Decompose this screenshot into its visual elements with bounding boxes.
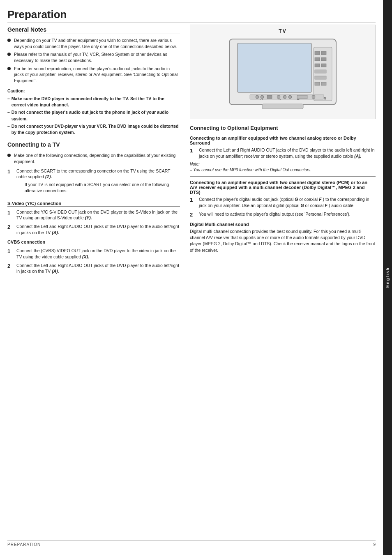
svg-point-23	[283, 95, 286, 99]
bullet-dot	[7, 154, 11, 157]
left-column: General Notes Depending on your TV and o…	[7, 25, 180, 534]
svg-point-19	[256, 95, 259, 99]
general-notes-heading: General Notes	[7, 26, 180, 34]
caution-block: Caution: – Make sure the DVD player is c…	[7, 88, 180, 136]
connecting-tv-heading: Connecting to a TV	[7, 141, 180, 149]
cvbs-heading: CVBS connection	[7, 240, 180, 245]
svg-rect-7	[315, 64, 320, 67]
svideo-heading: S-Video (Y/C) connection	[7, 201, 180, 207]
bullet-dot	[7, 53, 11, 56]
svg-rect-2	[314, 47, 332, 101]
svg-rect-9	[315, 70, 326, 73]
cvbs-step-2: 2 Connect the Left and Right AUDIO OUT j…	[7, 263, 180, 274]
amplifier-analog-heading: Connecting to an amplifier equipped with…	[190, 136, 376, 145]
caution-line: – Do not connect the player's audio out …	[7, 109, 180, 122]
general-notes-bullets: Depending on your TV and other equipment…	[7, 37, 180, 84]
footer-page-number: 9	[373, 542, 376, 547]
svg-rect-3	[315, 51, 320, 55]
caution-line: – Make sure the DVD player is connected …	[7, 96, 180, 108]
tv-diagram-svg: A X Z Y	[221, 31, 344, 113]
svg-rect-1	[238, 43, 311, 92]
amplifier-digital-heading: Connecting to an amplifier equipped with…	[190, 180, 376, 195]
svg-point-22	[277, 95, 280, 99]
page-footer: Preparation 9	[7, 540, 376, 547]
svg-point-26	[312, 95, 315, 99]
list-item: Depending on your TV and other equipment…	[7, 37, 180, 49]
svg-rect-13	[262, 104, 303, 109]
list-item: For better sound reproduction, connect t…	[7, 66, 180, 84]
svg-rect-21	[267, 95, 272, 99]
two-col-layout: General Notes Depending on your TV and o…	[7, 25, 376, 534]
list-item: Make one of the following connections, d…	[7, 152, 180, 164]
main-content: Preparation General Notes Depending on y…	[0, 0, 383, 555]
tv-step-1: 1 Connect the SCART to the corresponding…	[7, 168, 180, 197]
right-column: TV	[190, 25, 376, 534]
svideo-step-2: 2 Connect the Left and Right AUDIO OUT j…	[7, 223, 180, 235]
svg-rect-5	[315, 58, 320, 61]
bullet-dot	[7, 67, 11, 70]
page-title: Preparation	[7, 8, 376, 23]
caution-line: – Do not connect your DVD-player via you…	[7, 123, 180, 136]
tv-bullets: Make one of the following connections, d…	[7, 152, 180, 164]
tv-diagram: TV	[190, 25, 376, 119]
amp-analog-step-1: 1 Connect the Left and Right AUDIO OUT j…	[190, 147, 376, 159]
svg-point-24	[288, 95, 292, 99]
svg-point-20	[261, 95, 264, 99]
note-block: Note: – You cannot use the MP3 function …	[190, 161, 376, 173]
divider	[190, 176, 376, 177]
tv-diagram-label: TV	[279, 28, 286, 34]
svg-rect-4	[321, 51, 326, 55]
svg-rect-11	[315, 82, 320, 85]
side-tab-label: English	[385, 267, 390, 288]
list-item: Please refer to the manuals of your TV, …	[7, 51, 180, 63]
svg-text:Y: Y	[324, 97, 326, 101]
svg-rect-6	[321, 58, 326, 61]
page-container: Preparation General Notes Depending on y…	[0, 0, 392, 555]
bullet-dot	[7, 39, 11, 42]
optional-equipment-heading: Connecting to Optional Equipment	[190, 125, 376, 132]
amp-digital-step-2: 2 You will need to activate the player's…	[190, 211, 376, 219]
svg-rect-8	[321, 64, 326, 67]
footer-section-label: Preparation	[7, 542, 41, 547]
svideo-step-1: 1 Connect the Y/C S-VIDEO OUT jack on th…	[7, 209, 180, 221]
digital-multi-heading: Digital Multi-channel sound	[190, 222, 376, 227]
side-tab: English	[383, 0, 392, 555]
svg-rect-12	[321, 82, 326, 85]
svg-rect-10	[315, 76, 326, 79]
cvbs-step-1: 1 Connect the (CVBS) VIDEO OUT jack on t…	[7, 248, 180, 260]
svg-rect-25	[297, 95, 307, 99]
caution-title: Caution:	[7, 88, 180, 94]
digital-multi-text: Digital multi-channel connection provide…	[190, 228, 376, 253]
amp-digital-step-1: 1 Connect the player's digital audio out…	[190, 196, 376, 208]
